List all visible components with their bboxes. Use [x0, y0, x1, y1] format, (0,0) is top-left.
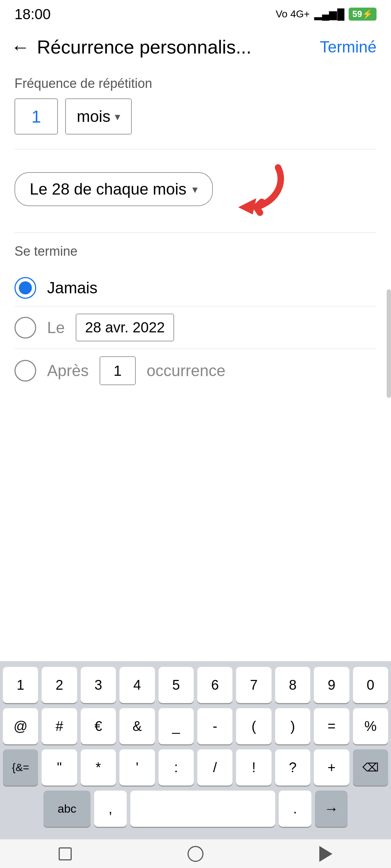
option-jamais-label: Jamais — [47, 279, 97, 297]
keyboard-row-numbers: 1 2 3 4 5 6 7 8 9 0 — [3, 667, 388, 703]
key-3[interactable]: 3 — [81, 667, 116, 703]
radio-jamais[interactable] — [14, 277, 36, 299]
key-hash[interactable]: # — [42, 708, 77, 744]
signal-icon: Vo 4G+ — [276, 8, 310, 20]
key-underscore[interactable]: _ — [159, 708, 194, 744]
key-euro[interactable]: € — [81, 708, 116, 744]
nav-back-icon — [319, 846, 332, 862]
key-4[interactable]: 4 — [119, 667, 155, 703]
key-2[interactable]: 2 — [42, 667, 77, 703]
header: ← Récurrence personnalis... Terminé — [0, 25, 391, 69]
divider-1 — [14, 149, 377, 149]
back-button[interactable]: ← — [11, 38, 30, 56]
keyboard: 1 2 3 4 5 6 7 8 9 0 @ # € & _ - ( ) = % … — [0, 661, 391, 839]
key-return[interactable]: → — [315, 791, 348, 827]
date-selector-label: Le 28 de chaque mois — [30, 180, 186, 198]
dropdown-arrow-icon: ▾ — [115, 110, 120, 123]
key-slash[interactable]: / — [197, 749, 232, 786]
option-apres-label: Après — [47, 362, 89, 380]
key-9[interactable]: 9 — [314, 667, 349, 703]
status-icons: Vo 4G+ ▂▄▆█ 59 ⚡ — [276, 8, 377, 21]
key-plus[interactable]: + — [314, 749, 349, 786]
status-time: 18:00 — [14, 6, 51, 22]
key-7[interactable]: 7 — [236, 667, 271, 703]
radio-le[interactable] — [14, 317, 36, 339]
page-title: Récurrence personnalis... — [37, 36, 313, 58]
key-5[interactable]: 5 — [159, 667, 194, 703]
date-selector-container: Le 28 de chaque mois ▾ — [14, 160, 377, 218]
key-asterisk[interactable]: * — [81, 749, 116, 786]
nav-home-icon — [188, 846, 203, 862]
key-spacebar[interactable] — [130, 791, 275, 827]
nav-square-button[interactable] — [54, 843, 76, 865]
main-content: Fréquence de répétition 1 mois ▾ Le 28 d… — [0, 69, 391, 400]
divider-2 — [14, 233, 377, 233]
occurrence-count-value: 1 — [114, 363, 122, 379]
option-jamais-row[interactable]: Jamais — [14, 270, 377, 306]
key-quote[interactable]: " — [42, 749, 77, 786]
frequency-number-input[interactable]: 1 — [14, 98, 58, 135]
battery-icon: 59 ⚡ — [349, 8, 377, 21]
nav-home-button[interactable] — [185, 843, 206, 865]
option-le-row[interactable]: Le 28 avr. 2022 — [14, 306, 377, 349]
keyboard-row-bottom: abc , . → — [3, 791, 388, 827]
end-date-value: 28 avr. 2022 — [85, 319, 165, 335]
scrollbar[interactable] — [387, 289, 391, 398]
frequency-label: Fréquence de répétition — [14, 76, 377, 91]
key-apostrophe[interactable]: ' — [119, 749, 155, 786]
key-amp[interactable]: & — [119, 708, 155, 744]
frequency-unit-dropdown[interactable]: mois ▾ — [65, 98, 132, 135]
key-exclaim[interactable]: ! — [236, 749, 271, 786]
svg-marker-0 — [238, 198, 256, 214]
key-1[interactable]: 1 — [3, 667, 38, 703]
date-selector-dropdown[interactable]: Le 28 de chaque mois ▾ — [14, 172, 213, 206]
key-abc[interactable]: abc — [43, 791, 91, 827]
se-termine-label: Se termine — [14, 244, 377, 259]
nav-back-button[interactable] — [315, 843, 337, 865]
key-percent[interactable]: % — [353, 708, 388, 744]
keyboard-row-special2: {&= " * ' : / ! ? + ⌫ — [3, 749, 388, 786]
radio-apres[interactable] — [14, 360, 36, 382]
option-apres-row[interactable]: Après 1 occurrence — [14, 349, 377, 392]
key-comma[interactable]: , — [94, 791, 127, 827]
key-at[interactable]: @ — [3, 708, 38, 744]
annotation-red-arrow — [213, 160, 285, 218]
se-termine-section: Se termine Jamais Le 28 avr. 2022 Après … — [14, 244, 377, 392]
wifi-bars-icon: ▂▄▆█ — [314, 8, 345, 20]
key-symbols-toggle[interactable]: {&= — [3, 749, 38, 786]
frequency-row: 1 mois ▾ — [14, 98, 377, 135]
end-date-input[interactable]: 28 avr. 2022 — [76, 314, 174, 341]
option-le-label: Le — [47, 319, 65, 337]
key-delete[interactable]: ⌫ — [353, 749, 388, 786]
key-equals[interactable]: = — [314, 708, 349, 744]
occurrence-count-input[interactable]: 1 — [100, 356, 136, 385]
frequency-unit-label: mois — [77, 107, 110, 125]
occurrence-suffix-label: occurrence — [147, 362, 226, 380]
key-minus[interactable]: - — [197, 708, 232, 744]
key-lparen[interactable]: ( — [236, 708, 271, 744]
keyboard-row-special1: @ # € & _ - ( ) = % — [3, 708, 388, 744]
key-period[interactable]: . — [279, 791, 311, 827]
key-0[interactable]: 0 — [353, 667, 388, 703]
done-button[interactable]: Terminé — [320, 38, 377, 56]
status-bar: 18:00 Vo 4G+ ▂▄▆█ 59 ⚡ — [0, 0, 391, 25]
key-6[interactable]: 6 — [197, 667, 232, 703]
date-dropdown-arrow-icon: ▾ — [192, 183, 198, 196]
key-8[interactable]: 8 — [275, 667, 310, 703]
nav-bar — [0, 839, 391, 868]
key-colon[interactable]: : — [159, 749, 194, 786]
nav-square-icon — [59, 847, 72, 860]
key-question[interactable]: ? — [275, 749, 310, 786]
key-rparen[interactable]: ) — [275, 708, 310, 744]
